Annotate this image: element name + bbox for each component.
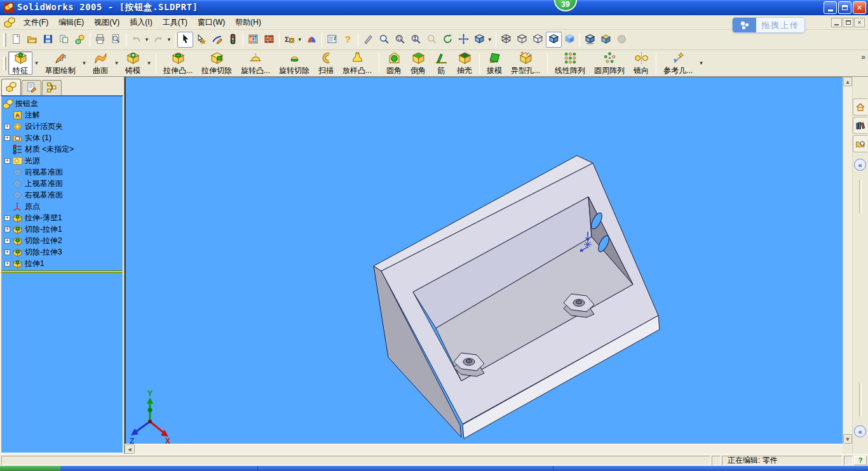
- window-close-button[interactable]: ✕: [853, 1, 866, 14]
- taskbar-edge[interactable]: [60, 466, 868, 471]
- feature-reference-geometry-button[interactable]: 参考几...: [659, 51, 697, 75]
- tree-item-9[interactable]: 原点: [4, 201, 123, 212]
- tree-item-12[interactable]: +切除-拉伸2: [1, 235, 123, 246]
- feature-surfaces-dropdown-caret[interactable]: ▼: [112, 51, 121, 75]
- tree-expand-button[interactable]: +: [4, 238, 10, 244]
- feature-linear-pattern-button[interactable]: 线性阵列: [550, 51, 590, 75]
- std-wireframe-button[interactable]: [498, 32, 514, 48]
- window-restore-button[interactable]: [838, 1, 851, 14]
- feature-features-button[interactable]: 特征: [8, 51, 32, 75]
- window-minimize-button[interactable]: [824, 1, 837, 14]
- menu-item-5[interactable]: 窗口(W): [193, 15, 230, 30]
- std-measure-button[interactable]: Σ: [281, 32, 297, 48]
- feature-mold-dropdown-caret[interactable]: ▼: [145, 51, 153, 75]
- scroll-left-button[interactable]: ◄: [125, 444, 135, 454]
- std-print-button[interactable]: [92, 32, 108, 48]
- feature-extrude-boss-button[interactable]: 拉伸凸...: [159, 51, 197, 75]
- std-redo-button[interactable]: [151, 32, 166, 48]
- std-zoom-area-button[interactable]: [392, 32, 408, 48]
- std-sketch-button[interactable]: [209, 32, 225, 48]
- std-options-button[interactable]: [324, 32, 340, 48]
- tree-item-1[interactable]: A注解: [4, 109, 123, 121]
- feature-revolve-boss-button[interactable]: 旋转凸...: [236, 51, 275, 75]
- std-curvature-button[interactable]: [304, 32, 320, 48]
- menu-item-3[interactable]: 插入(I): [125, 15, 157, 30]
- undo-dropdown-caret[interactable]: ▼: [144, 37, 149, 43]
- model-button-box[interactable]: Y Z X: [126, 77, 843, 444]
- tree-item-8[interactable]: 右视基准面: [4, 189, 123, 201]
- std-section-view-button[interactable]: [598, 32, 614, 48]
- toolbar-overflow-chevron[interactable]: »: [858, 51, 868, 63]
- horizontal-scrollbar[interactable]: ◄: [125, 444, 843, 454]
- std-curvature-display-button[interactable]: [614, 32, 630, 48]
- std-select-filter-button[interactable]: [193, 32, 209, 48]
- tree-item-7[interactable]: 上视基准面: [4, 178, 123, 189]
- std-texture-button[interactable]: [261, 32, 277, 48]
- tree-expand-button[interactable]: +: [4, 158, 10, 164]
- std-make-drawing-button[interactable]: [56, 32, 72, 48]
- task-pane-handle[interactable]: [859, 383, 862, 416]
- redo-dropdown-caret[interactable]: ▼: [166, 37, 172, 43]
- std-hidden-lines-removed-button[interactable]: [530, 32, 546, 48]
- tree-item-6[interactable]: 前视基准面: [4, 166, 123, 178]
- feature-loft-boss-button[interactable]: 放样凸...: [338, 51, 376, 75]
- feature-chamfer-button[interactable]: 倒角: [406, 51, 430, 75]
- tree-item-5[interactable]: +光源: [1, 155, 123, 166]
- std-view-tool-button[interactable]: [360, 32, 376, 48]
- std-open-button[interactable]: [24, 32, 40, 48]
- std-zoom-fit-button[interactable]: [376, 32, 392, 48]
- mdi-close-button[interactable]: ×: [854, 18, 865, 27]
- task-pane-collapse-button[interactable]: «: [854, 425, 866, 437]
- std-edit-color-button[interactable]: [245, 32, 261, 48]
- std-shaded-button[interactable]: [562, 32, 578, 48]
- quick-tips-help-button[interactable]: ?: [854, 456, 867, 465]
- feature-mold-button[interactable]: 铸模: [121, 51, 145, 75]
- feature-sketch-draw-dropdown-caret[interactable]: ▼: [80, 51, 88, 75]
- mdi-minimize-button[interactable]: [831, 18, 842, 27]
- task-pane-collapse-button[interactable]: «: [854, 159, 866, 171]
- task-pane-tab-file-explorer[interactable]: [853, 135, 867, 152]
- feature-fillet-button[interactable]: 圆角: [382, 51, 406, 75]
- menu-item-1[interactable]: 编辑(E): [53, 15, 89, 30]
- menu-item-0[interactable]: 文件(F): [18, 15, 53, 30]
- measure-dropdown-caret[interactable]: ▼: [297, 37, 302, 43]
- tree-tab-configurationmanager[interactable]: [42, 80, 62, 95]
- std-help-button[interactable]: ?: [340, 32, 356, 48]
- mdi-restore-button[interactable]: [843, 18, 853, 27]
- std-new-button[interactable]: [8, 32, 24, 48]
- tree-item-14[interactable]: +拉伸1: [1, 258, 123, 269]
- menu-item-4[interactable]: 工具(T): [158, 15, 193, 30]
- std-rotate-view-button[interactable]: [440, 32, 456, 48]
- drag-upload-widget[interactable]: 拖拽上传: [732, 17, 805, 33]
- tree-expand-button[interactable]: +: [4, 135, 10, 141]
- start-button-edge[interactable]: [0, 466, 60, 471]
- task-pane-handle[interactable]: [859, 180, 862, 213]
- menu-item-2[interactable]: 视图(V): [89, 15, 125, 30]
- feature-sketch-draw-button[interactable]: 草图绘制: [41, 51, 80, 75]
- tree-tab-propertymanager[interactable]: [22, 80, 41, 95]
- std-save-button[interactable]: [40, 32, 56, 48]
- std-zoom-in-out-button[interactable]: [408, 32, 424, 48]
- toolbar-grip[interactable]: [3, 33, 6, 47]
- tree-tab-featuremanager[interactable]: [1, 79, 21, 95]
- notification-badge[interactable]: 39: [554, 0, 577, 11]
- tree-expand-button[interactable]: +: [4, 261, 10, 267]
- tree-expand-button[interactable]: +: [4, 227, 10, 232]
- tree-item-0[interactable]: 按钮盒: [3, 98, 123, 109]
- tree-item-10[interactable]: +拉伸-薄壁1: [1, 212, 123, 223]
- tree-item-13[interactable]: +切除-拉伸3: [1, 246, 123, 258]
- std-undo-button[interactable]: [128, 32, 144, 48]
- tree-item-4[interactable]: 材质 <未指定>: [4, 143, 123, 155]
- feature-mirror-button[interactable]: 镜向: [629, 51, 653, 75]
- std-pan-button[interactable]: [456, 32, 471, 48]
- tree-expand-button[interactable]: +: [4, 215, 10, 221]
- std-rebuild-button[interactable]: [225, 32, 241, 48]
- tree-item-2[interactable]: +设计活页夹: [1, 121, 123, 132]
- feature-surfaces-button[interactable]: 曲面: [88, 51, 112, 75]
- menu-item-6[interactable]: 帮助(H): [230, 15, 266, 30]
- task-pane-tab-solidworks-resources[interactable]: [853, 98, 867, 116]
- std-make-assembly-button[interactable]: [72, 32, 88, 48]
- std-print-preview-button[interactable]: [108, 32, 124, 48]
- scroll-down-button[interactable]: ▼: [843, 434, 852, 444]
- feature-extrude-cut-button[interactable]: 拉伸切除: [197, 51, 236, 75]
